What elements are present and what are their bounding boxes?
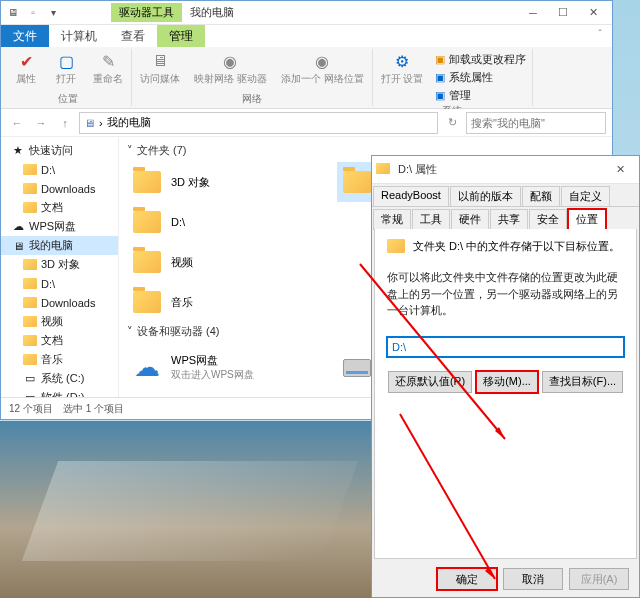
apply-button[interactable]: 应用(A) [569, 568, 629, 590]
tree-node[interactable]: 3D 对象 [1, 255, 118, 274]
tree-node[interactable]: 🖥我的电脑 [1, 236, 118, 255]
btn-sysprops[interactable]: ▣系统属性 [433, 69, 528, 86]
tab-computer[interactable]: 计算机 [49, 25, 109, 47]
tree-node[interactable]: Downloads [1, 293, 118, 312]
tree-node[interactable]: ★快速访问 [1, 141, 118, 160]
ribbon-group-location: 位置 [58, 92, 78, 106]
btn-manage[interactable]: ▣管理 [433, 87, 528, 104]
address-input[interactable]: 🖥›我的电脑 [79, 112, 438, 134]
info-text: 文件夹 D:\ 中的文件存储于以下目标位置。 [413, 239, 620, 254]
tab-位置[interactable]: 位置 [568, 209, 606, 230]
btn-media[interactable]: 🖥访问媒体 [136, 49, 184, 88]
explorer-titlebar: 🖥 ▫ ▾ 驱动器工具 我的电脑 ─ ☐ ✕ [1, 1, 612, 25]
folder-item[interactable]: D:\ [127, 202, 337, 242]
nav-tree[interactable]: ★快速访问D:\Downloads文档☁WPS网盘🖥我的电脑3D 对象D:\Do… [1, 137, 119, 397]
qat-icon: 🖥 [5, 5, 21, 21]
tree-node[interactable]: ▭系统 (C:) [1, 369, 118, 388]
tab-自定义[interactable]: 自定义 [561, 186, 610, 207]
btn-open[interactable]: ▢打开 [49, 49, 83, 88]
ribbon: ✔属性 ▢打开 ✎重命名 位置 🖥访问媒体 ◉映射网络 驱动器 ◉添加一个 网络… [1, 47, 612, 109]
maximize-button[interactable]: ☐ [548, 2, 578, 24]
dialog-title: D:\ 属性 [398, 162, 437, 177]
btn-settings[interactable]: ⚙打开 设置 [377, 49, 428, 88]
tree-node[interactable]: 音乐 [1, 350, 118, 369]
tree-node[interactable]: D:\ [1, 160, 118, 179]
ribbon-tabs: 文件 计算机 查看 管理 ˆ [1, 25, 612, 47]
tab-常规[interactable]: 常规 [373, 209, 411, 230]
tab-manage[interactable]: 管理 [157, 25, 205, 47]
ribbon-collapse-icon[interactable]: ˆ [588, 25, 612, 47]
drive-item[interactable]: ☁WPS网盘双击进入WPS网盘 [127, 343, 337, 392]
dialog-close-button[interactable]: ✕ [605, 159, 635, 181]
window-title: 我的电脑 [190, 5, 234, 20]
tree-node[interactable]: 视频 [1, 312, 118, 331]
search-input[interactable] [466, 112, 606, 134]
tab-file[interactable]: 文件 [1, 25, 49, 47]
tab-硬件[interactable]: 硬件 [451, 209, 489, 230]
folder-item[interactable]: 视频 [127, 242, 337, 282]
refresh-button[interactable]: ↻ [442, 113, 462, 133]
tab-ReadyBoost[interactable]: ReadyBoost [373, 186, 449, 207]
tree-node[interactable]: 文档 [1, 198, 118, 217]
annotation-arrow-2 [395, 409, 515, 589]
btn-rename[interactable]: ✎重命名 [89, 49, 127, 88]
btn-mapnet[interactable]: ◉映射网络 驱动器 [190, 49, 271, 88]
tree-node[interactable]: Downloads [1, 179, 118, 198]
tree-node[interactable]: 文档 [1, 331, 118, 350]
tabs-row-2: 常规工具硬件共享安全位置 [372, 207, 639, 229]
up-button[interactable]: ↑ [55, 113, 75, 133]
ribbon-group-network: 网络 [242, 92, 262, 106]
btn-addnet[interactable]: ◉添加一个 网络位置 [277, 49, 368, 88]
tree-node[interactable]: ▭软件 (D:) [1, 388, 118, 397]
qat-down-icon[interactable]: ▾ [45, 5, 61, 21]
forward-button[interactable]: → [31, 113, 51, 133]
folder-icon [387, 239, 405, 255]
addressbar: ← → ↑ 🖥›我的电脑 ↻ [1, 109, 612, 137]
tab-以前的版本[interactable]: 以前的版本 [450, 186, 521, 207]
folder-item[interactable]: 3D 对象 [127, 162, 337, 202]
tree-node[interactable]: D:\ [1, 274, 118, 293]
qat-save-icon[interactable]: ▫ [25, 5, 41, 21]
tab-工具[interactable]: 工具 [412, 209, 450, 230]
svg-line-2 [400, 414, 495, 579]
tree-node[interactable]: ☁WPS网盘 [1, 217, 118, 236]
find-target-button[interactable]: 查找目标(F)... [542, 371, 623, 393]
tab-安全[interactable]: 安全 [529, 209, 567, 230]
tab-配额[interactable]: 配额 [522, 186, 560, 207]
folder-icon [376, 163, 390, 176]
properties-dialog: D:\ 属性 ✕ ReadyBoost以前的版本配额自定义 常规工具硬件共享安全… [371, 155, 640, 598]
close-button[interactable]: ✕ [578, 2, 608, 24]
btn-properties[interactable]: ✔属性 [9, 49, 43, 88]
tab-共享[interactable]: 共享 [490, 209, 528, 230]
drive-tools-tab[interactable]: 驱动器工具 [111, 3, 182, 22]
minimize-button[interactable]: ─ [518, 2, 548, 24]
back-button[interactable]: ← [7, 113, 27, 133]
tab-panel-location: 文件夹 D:\ 中的文件存储于以下目标位置。 你可以将此文件夹中文件存储的位置更… [374, 229, 637, 559]
folder-item[interactable]: 音乐 [127, 282, 337, 322]
tabs-row-1: ReadyBoost以前的版本配额自定义 [372, 184, 639, 207]
btn-uninstall[interactable]: ▣卸载或更改程序 [433, 51, 528, 68]
tab-view[interactable]: 查看 [109, 25, 157, 47]
